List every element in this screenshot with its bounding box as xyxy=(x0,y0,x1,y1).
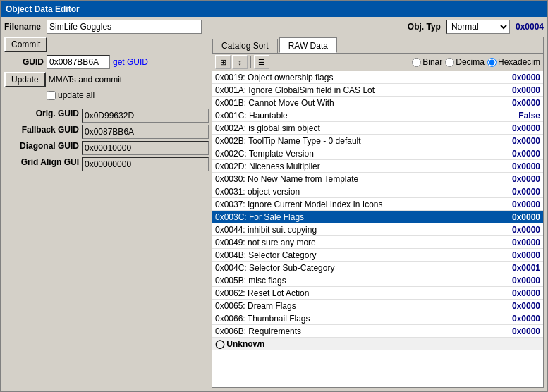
grid-align-guid-label: Grid Align GUI xyxy=(4,157,79,171)
radio-hexadecimal[interactable] xyxy=(487,58,497,67)
row-key: 0x0031: object version xyxy=(212,186,497,197)
row-value: 0x0000 xyxy=(497,326,543,337)
update-text: MMATs and commit xyxy=(49,75,122,85)
table-row[interactable]: 0x002C: Template Version0x0000 xyxy=(212,147,543,160)
update-all-label: update all xyxy=(58,90,95,100)
radio-decimal[interactable] xyxy=(445,58,454,67)
radio-binary-label[interactable]: Binar xyxy=(412,57,442,67)
guid-input[interactable] xyxy=(47,55,110,69)
radio-decimal-label[interactable]: Decima xyxy=(445,57,485,67)
row-key: 0x001C: Hauntable xyxy=(212,110,497,121)
table-row[interactable]: 0x002A: is global sim object0x0000 xyxy=(212,122,543,135)
row-value: 0x0000 xyxy=(497,72,543,83)
data-table[interactable]: 0x0019: Object ownership flags0x00000x00… xyxy=(212,71,543,387)
guid-row: GUID get GUID xyxy=(4,55,209,69)
list-icon: ☰ xyxy=(258,58,265,67)
row-key: 0x002D: Niceness Multiplier xyxy=(212,161,497,172)
row-key: 0x0066: Thumbnail Flags xyxy=(212,313,497,324)
radio-group: Binar Decima Hexadecim xyxy=(412,57,540,67)
row-value: 0x0000 xyxy=(497,85,543,96)
table-row[interactable]: 0x0062: Reset Lot Action0x0000 xyxy=(212,287,543,300)
commit-button[interactable]: Commit xyxy=(4,37,47,52)
left-panel: Commit GUID get GUID Update MMATs and co… xyxy=(4,37,209,388)
tab-catalog-sort[interactable]: Catalog Sort xyxy=(212,39,278,53)
row-key: 0x003C: For Sale Flags xyxy=(212,212,497,223)
row-value: 0x0000 xyxy=(497,224,543,235)
table-row[interactable]: 0x002B: ToolTip Name Type - 0 default0x0… xyxy=(212,135,543,147)
row-value: 0x0000 xyxy=(497,161,543,172)
list-button[interactable]: ☰ xyxy=(254,55,269,69)
row-key: 0x0049: not sure any more xyxy=(212,237,497,248)
tab-raw-data[interactable]: RAW Data xyxy=(279,37,337,53)
row-key: 0x004C: Selector Sub-Category xyxy=(212,262,497,274)
table-row[interactable]: 0x0066: Thumbnail Flags0x0000 xyxy=(212,312,543,325)
radio-binary[interactable] xyxy=(412,58,421,67)
row-key: 0x0065: Dream Flags xyxy=(212,300,497,312)
diagonal-guid-input[interactable] xyxy=(82,141,209,155)
table-row[interactable]: 0x0019: Object ownership flags0x0000 xyxy=(212,71,543,84)
table-row[interactable]: 0x001C: HauntableFalse xyxy=(212,109,543,122)
window-title: Object Data Editor xyxy=(6,4,80,14)
grid-icon: ⊞ xyxy=(220,58,226,67)
table-row[interactable]: 0x0065: Dream Flags0x0000 xyxy=(212,300,543,312)
obj-type-hex: 0x0004 xyxy=(516,22,544,32)
row-key: 0x0030: No New Name from Template xyxy=(212,173,497,185)
filename-input[interactable] xyxy=(47,20,202,34)
toolbar-row: ⊞ ↕ ☰ Binar xyxy=(212,54,543,71)
row-value: 0x0000 xyxy=(497,135,543,147)
table-row[interactable]: 0x004C: Selector Sub-Category0x0001 xyxy=(212,262,543,274)
update-all-checkbox[interactable] xyxy=(47,91,56,100)
middle-area: Commit GUID get GUID Update MMATs and co… xyxy=(4,37,544,388)
row-key: 0x002A: is global sim object xyxy=(212,123,497,134)
toolbar-separator xyxy=(250,56,251,68)
row-key: 0x005B: misc flags xyxy=(212,275,497,286)
table-row[interactable]: 0x001A: Ignore GlobalSim field in CAS Lo… xyxy=(212,84,543,97)
row-value: 0x0000 xyxy=(497,97,543,109)
checkbox-row: update all xyxy=(47,90,209,100)
row-value: 0x0000 xyxy=(497,250,543,261)
orig-guid-input[interactable] xyxy=(82,109,209,123)
table-row[interactable]: 0x0030: No New Name from Template0x0000 xyxy=(212,173,543,185)
table-row[interactable]: 0x0037: Ignore Current Model Index In Ic… xyxy=(212,198,543,211)
row-key: 0x002C: Template Version xyxy=(212,148,497,159)
right-panel: Catalog Sort RAW Data ⊞ ↕ ☰ xyxy=(212,37,544,388)
row-value: 0x0001 xyxy=(497,262,543,274)
table-row[interactable]: 0x0044: inhibit suit copying0x0000 xyxy=(212,223,543,236)
table-row[interactable]: 0x002D: Niceness Multiplier0x0000 xyxy=(212,160,543,173)
diagonal-guid-label: Diagonal GUID xyxy=(4,141,79,155)
table-row[interactable]: 0x0049: not sure any more0x0000 xyxy=(212,236,543,249)
obj-type-label: Obj. Typ xyxy=(408,22,441,32)
row-value: 0x0000 xyxy=(497,300,543,312)
grid-align-guid-input[interactable] xyxy=(82,157,209,171)
table-row[interactable]: 0x001B: Cannot Move Out With0x0000 xyxy=(212,97,543,109)
row-value: 0x0000 xyxy=(497,123,543,134)
row-key: 0x001A: Ignore GlobalSim field in CAS Lo… xyxy=(212,85,497,96)
update-row: Update MMATs and commit xyxy=(4,72,209,87)
table-row[interactable]: 0x006B: Requirements0x0000 xyxy=(212,325,543,338)
section-header-label: ◯ Unknown xyxy=(212,338,543,350)
sort-asc-button[interactable]: ↕ xyxy=(232,55,248,69)
fallback-guid-input[interactable] xyxy=(82,125,209,139)
title-bar: Object Data Editor xyxy=(1,1,547,17)
table-row[interactable]: 0x005B: misc flags0x0000 xyxy=(212,274,543,287)
commit-row: Commit xyxy=(4,37,209,52)
table-row[interactable]: 0x0031: object version0x0000 xyxy=(212,185,543,198)
row-key: 0x0062: Reset Lot Action xyxy=(212,288,497,299)
row-key: 0x0044: inhibit suit copying xyxy=(212,224,497,235)
row-value: 0x0000 xyxy=(497,288,543,299)
filename-label: Filename xyxy=(4,22,41,32)
object-data-editor-window: Object Data Editor Filename Obj. Typ Nor… xyxy=(0,0,548,392)
get-guid-link[interactable]: get GUID xyxy=(113,57,148,67)
guid-label: GUID xyxy=(4,57,44,67)
table-row[interactable]: 0x004B: Selector Category0x0000 xyxy=(212,249,543,262)
table-row[interactable]: 0x003C: For Sale Flags0x0000 xyxy=(212,211,543,223)
grid-button[interactable]: ⊞ xyxy=(215,55,231,69)
radio-hex-label[interactable]: Hexadecim xyxy=(487,57,540,67)
row-value: 0x0000 xyxy=(497,186,543,197)
row-key: 0x002B: ToolTip Name Type - 0 default xyxy=(212,135,497,147)
update-button[interactable]: Update xyxy=(4,72,46,87)
content-area: Filename Obj. Typ Normal Person Sim 0x00… xyxy=(1,17,547,391)
info-grid: Orig. GUID Fallback GUID Diagonal GUID G… xyxy=(4,109,209,171)
obj-type-select[interactable]: Normal Person Sim xyxy=(446,20,510,34)
row-value: False xyxy=(497,110,543,121)
